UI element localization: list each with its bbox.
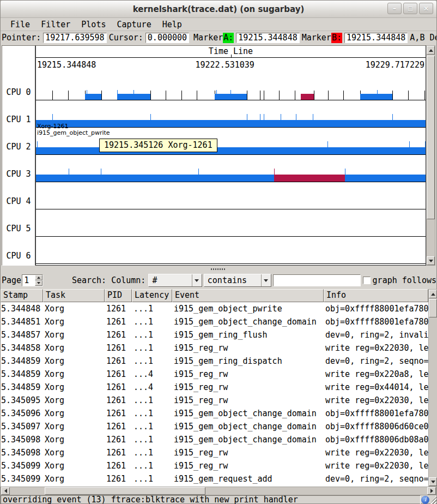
titlebar[interactable]: kernelshark(trace.dat) (on sugarbay) – □… xyxy=(1,1,436,18)
table-row[interactable]: 5.344859Xorg1261...1i915_gem_ring_dispat… xyxy=(1,355,428,368)
event-tick xyxy=(150,114,151,120)
cpu-band-4[interactable] xyxy=(36,182,426,209)
task-bar xyxy=(360,94,392,100)
table-row[interactable]: 5.344857Xorg1261...1i915_gem_ring_flushd… xyxy=(1,328,428,341)
column-header-pid[interactable]: PID xyxy=(105,289,132,302)
info-icon[interactable]: i xyxy=(421,496,429,504)
table-row[interactable]: 5.345099Xorg1261...1i915_reg_rwwrite reg… xyxy=(1,459,428,472)
match-select[interactable]: contains xyxy=(204,274,271,287)
cell-pid: 1261 xyxy=(105,459,132,472)
table-scroll-down-button[interactable] xyxy=(429,477,437,486)
graph-scroll-track[interactable] xyxy=(427,55,435,256)
table-row[interactable]: 5.344858Xorg1261...1i915_reg_rwwrite reg… xyxy=(1,341,428,355)
cell-stamp: 5.345095 xyxy=(1,394,43,407)
column-header-latency[interactable]: Latency xyxy=(132,289,172,302)
cpu-band-0[interactable] xyxy=(36,73,426,100)
menu-item-file[interactable]: File xyxy=(5,19,35,31)
cell-latency: ...1 xyxy=(132,302,172,315)
marker-a-badge[interactable]: A: xyxy=(223,33,234,43)
scroll-right-button[interactable] xyxy=(427,487,436,495)
table-row[interactable]: 5.345098Xorg1261...1i915_gem_object_chan… xyxy=(1,433,428,446)
scroll-left-button[interactable] xyxy=(1,487,10,495)
menubar: FileFilterPlotsCaptureHelp xyxy=(1,18,436,31)
task-bar xyxy=(36,175,274,182)
table-scroll-up-button[interactable] xyxy=(429,290,437,298)
cell-info: dev=0, ring=2, invalidate xyxy=(324,328,428,341)
hscroll-thumb[interactable] xyxy=(45,487,205,495)
spinner-buttons xyxy=(35,275,43,286)
column-header-event[interactable]: Event xyxy=(172,289,324,302)
cell-event: i915_gem_object_change_domain xyxy=(172,315,324,328)
cpu-label-1: CPU 1 xyxy=(2,100,35,128)
cpu-band-5[interactable] xyxy=(36,209,426,237)
table-header-row: StampTaskPIDLatencyEventInfo xyxy=(1,289,428,302)
graph-scroll-up-button[interactable] xyxy=(427,46,435,55)
table-row[interactable]: 5.344848Xorg1261...1i915_gem_object_pwri… xyxy=(1,302,428,315)
resize-grip[interactable] xyxy=(430,495,436,504)
cpu-band-6[interactable] xyxy=(36,237,426,264)
match-select-arrow xyxy=(261,274,271,286)
cell-latency: ...4 xyxy=(132,368,172,381)
cpu-tick xyxy=(279,91,280,100)
cell-latency: ...1 xyxy=(132,459,172,472)
page-value: 1 xyxy=(22,275,35,286)
cell-latency: ...1 xyxy=(132,341,172,355)
cell-latency: ...1 xyxy=(132,433,172,446)
menu-item-capture[interactable]: Capture xyxy=(111,19,156,31)
event-tick xyxy=(247,114,247,120)
column-header-stamp[interactable]: Stamp xyxy=(1,289,43,302)
cell-pid: 1261 xyxy=(105,446,132,459)
table-row[interactable]: 5.344851Xorg1261...1i915_gem_object_chan… xyxy=(1,315,428,328)
graph-follows-checkbox[interactable] xyxy=(363,277,371,284)
cell-task: Xorg xyxy=(43,407,105,420)
graph-vscrollbar xyxy=(426,45,435,266)
maximize-button[interactable]: □ xyxy=(403,3,417,14)
table-row[interactable]: 5.345096Xorg1261...1i915_gem_object_chan… xyxy=(1,407,428,420)
table-row[interactable]: 5.344859Xorg1261...4i915_reg_rwwrite reg… xyxy=(1,368,428,381)
spinner-up-button[interactable] xyxy=(35,275,43,280)
cpu-band-1[interactable] xyxy=(36,100,426,128)
table-row[interactable]: 5.345099Xorg1261...1i915_gem_request_add… xyxy=(1,472,428,485)
table-row[interactable]: 5.344859Xorg1261...4i915_reg_rwwrite reg… xyxy=(1,381,428,394)
search-input[interactable] xyxy=(273,274,361,286)
marker-b-badge[interactable]: B: xyxy=(331,33,342,43)
graph-follows-label: graph follows xyxy=(373,275,436,285)
event-tick xyxy=(198,169,199,175)
cpu-band-3[interactable] xyxy=(36,155,426,182)
close-button[interactable]: ✕ xyxy=(419,3,433,14)
menu-item-help[interactable]: Help xyxy=(157,19,187,31)
menu-item-plots[interactable]: Plots xyxy=(76,19,111,31)
column-header-task[interactable]: Task xyxy=(43,289,105,302)
marker-a-label: Marker xyxy=(193,33,223,43)
table-scroll-track[interactable] xyxy=(429,298,437,477)
table-scroll-thumb[interactable] xyxy=(429,299,437,317)
page-spinner[interactable]: 1 xyxy=(22,274,43,286)
axis-label-start: 19215.344848 xyxy=(37,60,96,70)
minimize-button[interactable]: – xyxy=(387,3,402,14)
cell-event: i915_reg_rw xyxy=(172,459,324,472)
table-row[interactable]: 5.345098Xorg1261...1i915_reg_rwwrite reg… xyxy=(1,446,428,459)
pane-splitter[interactable] xyxy=(1,267,436,272)
graph-scroll-down-button[interactable] xyxy=(427,256,435,265)
event-table: StampTaskPIDLatencyEventInfo 5.344848Xor… xyxy=(1,289,436,487)
menu-item-filter[interactable]: Filter xyxy=(35,19,76,31)
axis-label-mid: 19222.531039 xyxy=(195,60,254,70)
table-row[interactable]: 5.345095Xorg1261...1i915_reg_rwwrite reg… xyxy=(1,394,428,407)
cell-event: i915_gem_request_add xyxy=(172,472,324,485)
cell-event: i915_gem_object_change_domain xyxy=(172,420,324,433)
graph-scroll-thumb[interactable] xyxy=(427,56,435,219)
table-row[interactable]: 5.345097Xorg1261...1i915_gem_object_chan… xyxy=(1,420,428,433)
cell-info: obj=0xffff88006d60ce00 xyxy=(324,420,428,433)
chevron-down-icon xyxy=(195,279,199,282)
cell-info: obj=0xffff88001efa7800 xyxy=(324,407,428,420)
page-label: Page xyxy=(2,275,21,285)
cell-pid: 1261 xyxy=(105,394,132,407)
column-header-info[interactable]: Info xyxy=(324,289,428,302)
spinner-down-button[interactable] xyxy=(35,280,43,286)
timeline-plot[interactable]: Time Line 19215.344848 19222.531039 1922… xyxy=(35,45,426,266)
window-controls: – □ ✕ xyxy=(387,3,433,14)
cpu-tick xyxy=(328,91,329,100)
delta-label: A,B Delta: xyxy=(410,33,436,43)
timeline-axis: 19215.344848 19222.531039 19229.717229 xyxy=(36,58,426,73)
column-select[interactable]: # xyxy=(148,274,202,287)
